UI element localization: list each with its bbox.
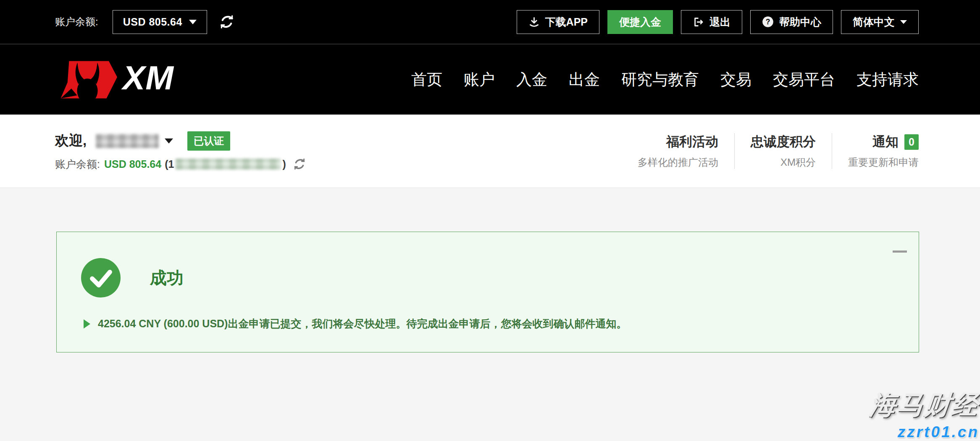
xm-logo[interactable]: XM <box>55 59 174 101</box>
welcome-info: 欢迎, 已认证 账户余额: USD 805.64 (1 ) <box>55 131 306 171</box>
list-marker-icon <box>84 319 90 329</box>
balance-dropdown-value: USD 805.64 <box>123 16 182 28</box>
xm-logo-text: XM <box>123 61 174 95</box>
success-check-icon <box>81 258 121 297</box>
refresh-icon <box>293 157 306 171</box>
account-number-redacted <box>176 159 281 170</box>
success-title: 成功 <box>150 266 184 290</box>
balance-dropdown[interactable]: USD 805.64 <box>113 10 207 34</box>
refresh-icon <box>219 14 235 30</box>
chevron-down-icon <box>900 20 907 24</box>
verified-badge: 已认证 <box>187 131 230 151</box>
nav-item-withdraw[interactable]: 出金 <box>569 69 600 90</box>
promotions-title: 福利活动 <box>666 133 718 151</box>
nav-item-account[interactable]: 账户 <box>464 69 495 90</box>
withdrawal-success-message: 4256.04 CNY (600.00 USD)出金申请已提交，我们将会尽快处理… <box>98 317 627 331</box>
loyalty-subtitle: XM积分 <box>751 156 816 169</box>
nav-item-deposit[interactable]: 入金 <box>516 69 547 90</box>
balance-value: USD 805.64 <box>104 158 161 170</box>
nav-item-home[interactable]: 首页 <box>411 69 442 90</box>
loyalty-points-link[interactable]: 忠诚度积分 XM积分 <box>751 133 816 169</box>
help-center-label: 帮助中心 <box>779 15 821 29</box>
refresh-balance-button-2[interactable] <box>293 157 306 171</box>
refresh-balance-button[interactable] <box>219 14 235 30</box>
chevron-down-icon <box>189 20 197 24</box>
welcome-greeting: 欢迎, <box>55 131 87 150</box>
help-center-button[interactable]: ? 帮助中心 <box>750 10 833 34</box>
nav-item-platforms[interactable]: 交易平台 <box>773 69 835 90</box>
username-redacted <box>96 134 159 148</box>
logout-label: 退出 <box>709 15 730 29</box>
divider <box>734 133 735 169</box>
welcome-strip: 欢迎, 已认证 账户余额: USD 805.64 (1 ) <box>0 115 980 188</box>
success-panel: 成功 4256.04 CNY (600.00 USD)出金申请已提交，我们将会尽… <box>56 232 919 352</box>
promotions-subtitle: 多样化的推广活动 <box>638 156 718 169</box>
account-number-close: ) <box>282 158 286 170</box>
quick-deposit-label: 便捷入金 <box>619 15 661 29</box>
main-content: 成功 4256.04 CNY (600.00 USD)出金申请已提交，我们将会尽… <box>0 232 980 441</box>
quick-deposit-button[interactable]: 便捷入金 <box>607 10 673 34</box>
top-bar: 账户余额: USD 805.64 下载APP 便捷入金 <box>0 0 980 44</box>
language-label: 简体中文 <box>853 15 895 29</box>
nav-menu: 首页 账户 入金 出金 研究与教育 交易 交易平台 支持请求 <box>411 69 919 90</box>
svg-text:?: ? <box>766 18 770 26</box>
download-app-label: 下载APP <box>545 15 588 29</box>
main-navigation: XM 首页 账户 入金 出金 研究与教育 交易 交易平台 支持请求 <box>0 44 980 115</box>
account-number-open: (1 <box>165 158 174 170</box>
account-switch-caret-icon[interactable] <box>165 138 173 144</box>
divider <box>832 133 832 169</box>
download-app-button[interactable]: 下载APP <box>517 10 599 34</box>
download-icon <box>528 16 540 28</box>
nav-item-support[interactable]: 支持请求 <box>857 69 919 90</box>
notifications-subtitle: 重要更新和申请 <box>848 156 919 169</box>
logout-icon <box>693 16 704 28</box>
balance-label: 账户余额: <box>55 157 100 171</box>
collapse-panel-button[interactable] <box>893 251 907 253</box>
account-balance-label: 账户余额: <box>55 15 98 29</box>
promotions-link[interactable]: 福利活动 多样化的推广活动 <box>638 133 718 169</box>
notifications-title: 通知 <box>872 133 899 151</box>
topbar-actions: 下载APP 便捷入金 退出 ? 帮助中心 简体中文 <box>509 10 919 34</box>
xm-bull-icon <box>55 59 120 101</box>
notifications-link[interactable]: 通知 0 重要更新和申请 <box>848 133 919 169</box>
notifications-count-badge: 0 <box>904 134 919 150</box>
language-selector[interactable]: 简体中文 <box>841 10 919 34</box>
nav-item-research[interactable]: 研究与教育 <box>621 69 699 90</box>
logout-button[interactable]: 退出 <box>681 10 742 34</box>
loyalty-title: 忠诚度积分 <box>751 133 816 151</box>
help-icon: ? <box>762 16 774 28</box>
nav-item-trading[interactable]: 交易 <box>720 69 751 90</box>
welcome-quick-links: 福利活动 多样化的推广活动 忠诚度积分 XM积分 通知 0 重要更新和申请 <box>638 133 919 169</box>
